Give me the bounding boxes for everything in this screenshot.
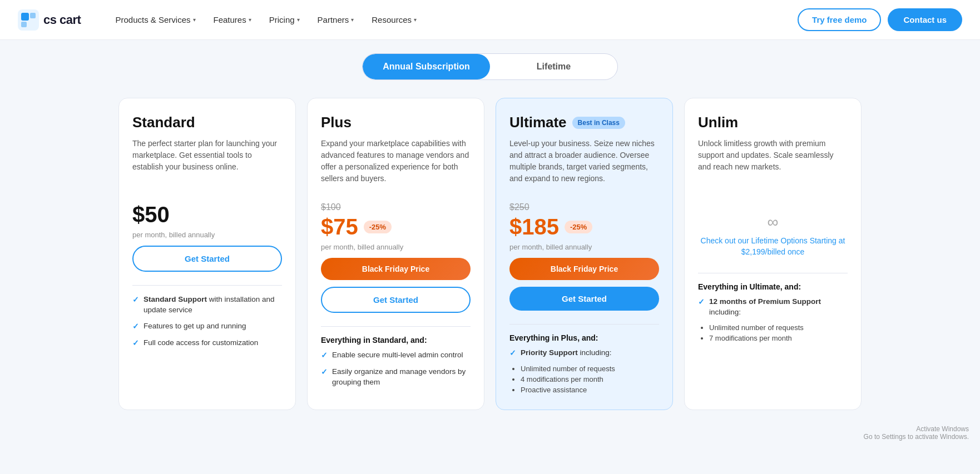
billing-toggle-container: Annual Subscription Lifetime (118, 53, 862, 80)
nav-pricing[interactable]: Pricing ▾ (261, 11, 308, 29)
price-period-ultimate: per month, billed annually (509, 243, 659, 251)
price-plus: $75 -25% (321, 214, 471, 240)
divider (132, 285, 282, 286)
divider (509, 324, 659, 325)
get-started-standard[interactable]: Get Started (132, 246, 282, 272)
nav-features[interactable]: Features ▾ (206, 11, 259, 29)
black-friday-btn-plus[interactable]: Black Friday Price (321, 258, 471, 280)
features-heading-unlim: Everything in Ultimate, and: (698, 282, 848, 291)
check-icon: ✓ (698, 297, 705, 308)
discount-badge-ultimate: -25% (565, 221, 592, 233)
features-heading-ultimate: Everything in Plus, and: (509, 333, 659, 342)
price-period-plus: per month, billed annually (321, 243, 471, 251)
nav-partners[interactable]: Partners ▾ (310, 11, 362, 29)
feature-standard-3: ✓ Full code access for customization (132, 338, 282, 349)
plan-plus: Plus Expand your marketplace capabilitie… (307, 98, 484, 410)
price-amount-ultimate: $185 (509, 214, 559, 240)
best-in-class-badge: Best in Class (572, 117, 625, 129)
plan-name-ultimate: Ultimate Best in Class (509, 114, 659, 131)
chevron-down-icon: ▾ (193, 17, 196, 23)
pricing-grid: Standard The perfect starter plan for la… (118, 98, 862, 410)
plan-ultimate: Ultimate Best in Class Level-up your bus… (496, 98, 673, 410)
plan-name-standard: Standard (132, 114, 282, 131)
price-amount-standard: $50 (132, 202, 170, 227)
plan-desc-standard: The perfect starter plan for launching y… (132, 138, 282, 193)
feature-unlim-1: ✓ 12 months of Premium Support including… (698, 297, 848, 318)
original-price-plus: $100 (321, 202, 471, 212)
logo-icon (18, 9, 39, 31)
plan-standard: Standard The perfect starter plan for la… (118, 98, 296, 410)
logo[interactable]: cs cart (18, 9, 81, 31)
price-amount-plus: $75 (321, 214, 358, 240)
svg-rect-2 (30, 13, 36, 18)
divider (321, 326, 471, 327)
price-ultimate: $185 -25% (509, 214, 659, 240)
check-icon: ✓ (132, 338, 139, 349)
plan-desc-ultimate: Level-up your business. Seize new niches… (509, 138, 659, 193)
black-friday-btn-ultimate[interactable]: Black Friday Price (509, 258, 659, 280)
chevron-down-icon: ▾ (297, 17, 300, 23)
plan-name-unlim: Unlim (698, 114, 848, 131)
chevron-down-icon: ▾ (414, 17, 417, 23)
logo-text: cs cart (43, 13, 81, 27)
check-icon: ✓ (321, 351, 328, 361)
nav-products[interactable]: Products & Services ▾ (107, 11, 203, 29)
page-content: Annual Subscription Lifetime Standard Th… (101, 53, 879, 432)
divider (698, 273, 848, 273)
feature-unlim-sub: Unlimited number of requests 7 modificat… (709, 323, 848, 342)
nav-links: Products & Services ▾ Features ▾ Pricing… (107, 11, 798, 29)
plan-desc-plus: Expand your marketplace capabilities wit… (321, 138, 471, 193)
try-demo-button[interactable]: Try free demo (798, 8, 881, 31)
get-started-ultimate[interactable]: Get Started (509, 287, 659, 311)
check-icon: ✓ (509, 348, 516, 359)
check-icon: ✓ (321, 367, 328, 378)
original-price-ultimate: $250 (509, 202, 659, 212)
check-icon: ✓ (132, 295, 139, 306)
navbar: cs cart Products & Services ▾ Features ▾… (0, 0, 980, 40)
check-icon: ✓ (132, 322, 139, 332)
unlim-link[interactable]: Check out our Lifetime Options Starting … (698, 236, 848, 257)
chevron-down-icon: ▾ (249, 17, 251, 23)
annual-toggle-button[interactable]: Annual Subscription (363, 54, 490, 79)
svg-rect-3 (21, 22, 27, 27)
lifetime-toggle-button[interactable]: Lifetime (490, 54, 617, 79)
feature-standard-1: ✓ Standard Support with installation and… (132, 295, 282, 316)
infinity-icon: ∞ (698, 213, 848, 231)
svg-rect-1 (21, 13, 29, 21)
feature-plus-2: ✓ Easily organize and manage vendors by … (321, 367, 471, 388)
contact-button[interactable]: Contact us (888, 8, 962, 31)
features-heading-plus: Everything in Standard, and: (321, 336, 471, 345)
unlim-cta: ∞ Check out our Lifetime Options Startin… (698, 202, 848, 268)
discount-badge-plus: -25% (364, 221, 392, 233)
feature-ultimate-sub: Unlimited number of requests 4 modificat… (521, 365, 659, 394)
feature-standard-2: ✓ Features to get up and running (132, 321, 282, 332)
plan-name-plus: Plus (321, 114, 471, 131)
get-started-plus[interactable]: Get Started (321, 287, 471, 313)
chevron-down-icon: ▾ (351, 17, 354, 23)
plan-unlim: Unlim Unlock limitless growth with premi… (684, 98, 862, 410)
feature-plus-1: ✓ Enable secure multi-level admin contro… (321, 350, 471, 361)
price-standard: $50 (132, 202, 282, 227)
billing-toggle: Annual Subscription Lifetime (362, 53, 618, 80)
plan-desc-unlim: Unlock limitless growth with premium sup… (698, 138, 848, 193)
nav-resources[interactable]: Resources ▾ (364, 11, 424, 29)
nav-actions: Try free demo Contact us (798, 8, 962, 31)
price-period-standard: per month, billed annually (132, 231, 282, 239)
feature-ultimate-1: ✓ Priority Support including: (509, 348, 659, 359)
